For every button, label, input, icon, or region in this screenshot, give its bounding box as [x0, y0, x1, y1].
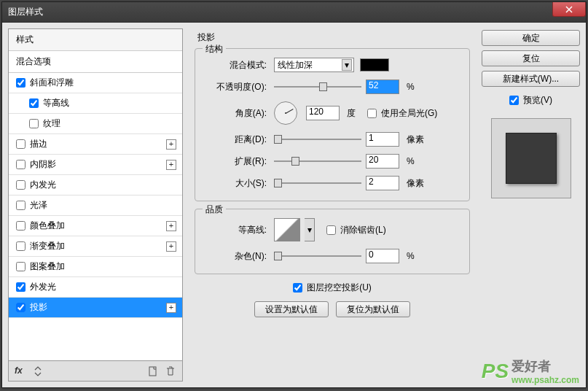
- noise-slider[interactable]: [274, 250, 361, 262]
- blend-mode-select[interactable]: 线性加深 ▾: [274, 58, 354, 72]
- style-item-10[interactable]: 外发光: [9, 277, 182, 298]
- style-label: 渐变叠加: [30, 240, 65, 252]
- styles-bottom-bar: fx: [9, 360, 182, 381]
- spread-unit: %: [407, 156, 415, 166]
- style-item-9[interactable]: 图案叠加: [9, 257, 182, 277]
- size-input[interactable]: 2: [366, 176, 399, 190]
- quality-legend: 品质: [203, 204, 226, 216]
- titlebar[interactable]: 图层样式: [2, 2, 586, 23]
- opacity-label: 不透明度(O):: [207, 81, 270, 93]
- style-label: 内发光: [30, 179, 56, 191]
- add-icon[interactable]: +: [166, 241, 176, 252]
- add-icon[interactable]: +: [166, 303, 176, 313]
- make-default-button[interactable]: 设置为默认值: [254, 301, 329, 317]
- new-style-button[interactable]: 新建样式(W)...: [482, 71, 580, 87]
- style-checkbox[interactable]: [16, 303, 26, 312]
- distance-unit: 像素: [407, 133, 424, 146]
- opacity-unit: %: [407, 82, 415, 92]
- contour-label: 等高线:: [207, 224, 270, 236]
- style-item-0[interactable]: 斜面和浮雕: [9, 73, 182, 93]
- right-panel: 确定 复位 新建样式(W)... 预览(V): [482, 28, 580, 382]
- noise-unit: %: [407, 251, 415, 261]
- shadow-color-swatch[interactable]: [360, 58, 389, 71]
- contour-swatch[interactable]: [274, 218, 300, 241]
- opacity-input[interactable]: 52: [366, 80, 399, 94]
- style-checkbox[interactable]: [16, 201, 26, 210]
- watermark: PS 爱好者 www.psahz.com: [482, 357, 579, 385]
- style-item-3[interactable]: 描边+: [9, 134, 182, 155]
- trash-icon[interactable]: [165, 365, 176, 377]
- opacity-slider[interactable]: [274, 81, 361, 93]
- style-label: 光泽: [30, 199, 47, 212]
- ok-button[interactable]: 确定: [482, 30, 580, 46]
- blend-options-item[interactable]: 混合选项: [9, 51, 182, 73]
- style-checkbox[interactable]: [29, 98, 39, 108]
- size-slider[interactable]: [274, 177, 361, 189]
- preview-checkbox[interactable]: [509, 96, 519, 105]
- noise-input[interactable]: 0: [366, 249, 399, 263]
- style-label: 投影: [30, 301, 47, 314]
- spread-input[interactable]: 20: [366, 154, 399, 169]
- cancel-button[interactable]: 复位: [482, 50, 580, 66]
- noise-label: 杂色(N):: [207, 250, 270, 263]
- quality-group: 品质 等高线: ▾ 消除锯齿(L) 杂色(N): 0 %: [195, 209, 470, 274]
- angle-dial[interactable]: [274, 101, 297, 125]
- distance-label: 距离(D):: [207, 133, 270, 146]
- new-page-icon[interactable]: [147, 365, 159, 377]
- left-panel: 样式 混合选项 斜面和浮雕等高线纹理描边+内阴影+内发光光泽颜色叠加+渐变叠加+…: [8, 28, 183, 382]
- style-checkbox[interactable]: [16, 139, 26, 149]
- style-item-6[interactable]: 光泽: [9, 196, 182, 216]
- style-item-4[interactable]: 内阴影+: [9, 155, 182, 175]
- style-label: 斜面和浮雕: [30, 77, 74, 89]
- knockout-label: 图层挖空投影(U): [307, 282, 372, 294]
- size-unit: 像素: [407, 177, 424, 190]
- style-item-11[interactable]: 投影+: [9, 298, 182, 318]
- antialias-checkbox[interactable]: [326, 225, 336, 235]
- style-checkbox[interactable]: [16, 180, 26, 190]
- arrow-up-down-icon[interactable]: [32, 365, 44, 377]
- global-light-checkbox[interactable]: [367, 109, 377, 118]
- style-checkbox[interactable]: [16, 221, 26, 231]
- preview-swatch: [506, 133, 557, 184]
- distance-slider[interactable]: [274, 133, 361, 145]
- style-checkbox[interactable]: [16, 160, 26, 169]
- styles-header[interactable]: 样式: [9, 29, 182, 51]
- structure-group: 结构 混合模式: 线性加深 ▾ 不透明度(O): 52 % 角度(A: [195, 48, 470, 201]
- style-item-1[interactable]: 等高线: [9, 93, 182, 114]
- section-title: 投影: [195, 31, 470, 44]
- add-icon[interactable]: +: [166, 160, 176, 170]
- watermark-text: 爱好者: [511, 357, 579, 375]
- style-checkbox[interactable]: [16, 262, 26, 271]
- style-checkbox[interactable]: [16, 241, 26, 251]
- knockout-checkbox[interactable]: [293, 283, 302, 293]
- style-checkbox[interactable]: [16, 78, 26, 88]
- add-icon[interactable]: +: [166, 221, 176, 231]
- angle-label: 角度(A):: [207, 107, 270, 120]
- fx-icon[interactable]: fx: [15, 365, 26, 377]
- reset-default-button[interactable]: 复位为默认值: [336, 301, 410, 317]
- style-checkbox[interactable]: [29, 119, 39, 128]
- antialias-label: 消除锯齿(L): [340, 224, 386, 236]
- style-label: 图案叠加: [30, 260, 65, 273]
- style-checkbox[interactable]: [16, 282, 26, 292]
- global-light-label: 使用全局光(G): [381, 107, 437, 120]
- distance-input[interactable]: 1: [366, 132, 399, 147]
- style-label: 内阴影: [30, 158, 56, 171]
- style-item-8[interactable]: 渐变叠加+: [9, 236, 182, 257]
- structure-legend: 结构: [203, 43, 226, 55]
- style-item-5[interactable]: 内发光: [9, 175, 182, 196]
- svg-rect-0: [149, 367, 156, 376]
- spread-label: 扩展(R):: [207, 155, 270, 168]
- angle-input[interactable]: 120: [306, 106, 340, 120]
- watermark-url: www.psahz.com: [511, 375, 579, 385]
- style-label: 描边: [30, 138, 47, 150]
- angle-unit: 度: [347, 107, 356, 120]
- spread-slider[interactable]: [274, 155, 361, 167]
- contour-dropdown-icon[interactable]: ▾: [305, 218, 315, 241]
- close-button[interactable]: [552, 2, 586, 17]
- style-item-7[interactable]: 颜色叠加+: [9, 216, 182, 236]
- watermark-logo: PS: [482, 360, 509, 383]
- add-icon[interactable]: +: [166, 139, 176, 150]
- blend-mode-label: 混合模式:: [207, 59, 270, 71]
- style-item-2[interactable]: 纹理: [9, 114, 182, 134]
